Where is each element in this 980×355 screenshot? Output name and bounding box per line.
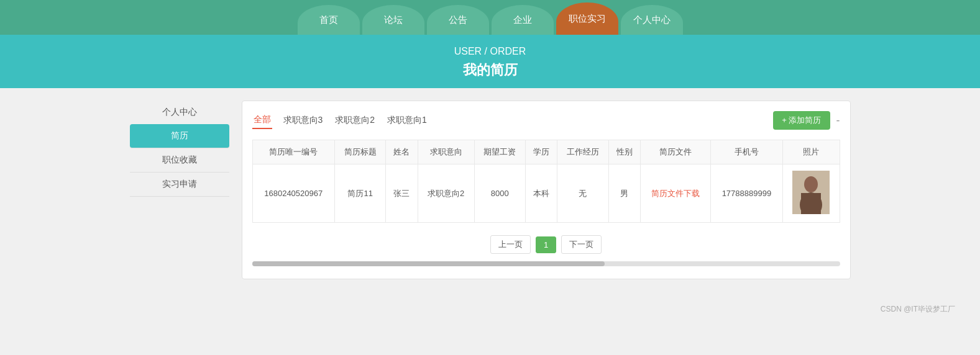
sidebar-item-favorites[interactable]: 职位收藏 <box>130 148 229 173</box>
cell-phone: 17788889999 <box>711 164 782 223</box>
filter-tab-all[interactable]: 全部 <box>252 112 272 129</box>
filter-tab-intention2[interactable]: 求职意向2 <box>334 112 376 128</box>
cell-title: 简历11 <box>334 164 385 223</box>
col-id: 简历唯一编号 <box>252 140 334 164</box>
resume-photo <box>792 171 830 214</box>
nav-personal[interactable]: 个人中心 <box>621 5 683 35</box>
header-banner: USER / ORDER 我的简历 <box>0 35 980 88</box>
svg-point-1 <box>804 176 818 192</box>
filter-tab-intention3[interactable]: 求职意向3 <box>282 112 324 128</box>
col-photo: 照片 <box>782 140 840 164</box>
cell-experience: 无 <box>557 164 608 223</box>
nav-internship[interactable]: 职位实习 <box>556 2 618 35</box>
top-navigation: 首页 论坛 公告 企业 职位实习 个人中心 <box>0 0 980 35</box>
nav-home[interactable]: 首页 <box>298 5 360 35</box>
cell-file: 简历文件下载 <box>640 164 710 223</box>
cell-photo <box>782 164 840 223</box>
cell-name: 张三 <box>386 164 418 223</box>
cell-id: 1680240520967 <box>252 164 334 223</box>
add-resume-button[interactable]: + 添加简历 <box>773 111 830 130</box>
resume-file-link[interactable]: 简历文件下载 <box>651 189 700 198</box>
resume-table: 简历唯一编号 简历标题 姓名 求职意向 期望工资 学历 工作经历 性别 简历文件… <box>252 140 840 223</box>
pagination: 上一页 1 下一页 <box>252 235 840 254</box>
svg-rect-3 <box>801 193 821 214</box>
col-file: 简历文件 <box>640 140 710 164</box>
footer-text: CSDN @IT毕设梦工厂 <box>881 305 955 313</box>
horizontal-scrollbar[interactable] <box>252 261 840 269</box>
page-1-button[interactable]: 1 <box>536 236 556 253</box>
col-experience: 工作经历 <box>557 140 608 164</box>
table-row: 1680240520967 简历11 张三 求职意向2 8000 本科 无 男 … <box>252 164 840 223</box>
sidebar: 个人中心 简历 职位收藏 实习申请 <box>130 101 229 279</box>
footer: CSDN @IT毕设梦工厂 <box>0 292 980 321</box>
col-title: 简历标题 <box>334 140 385 164</box>
col-education: 学历 <box>525 140 557 164</box>
col-name: 姓名 <box>386 140 418 164</box>
filter-tab-intention1[interactable]: 求职意向1 <box>386 112 428 128</box>
sidebar-item-resume[interactable]: 简历 <box>130 124 229 148</box>
page-title: 我的简历 <box>0 61 980 79</box>
cell-salary: 8000 <box>474 164 525 223</box>
cell-gender: 男 <box>608 164 640 223</box>
col-phone: 手机号 <box>711 140 782 164</box>
next-page-button[interactable]: 下一页 <box>561 235 602 254</box>
prev-page-button[interactable]: 上一页 <box>490 235 531 254</box>
nav-forum[interactable]: 论坛 <box>362 5 424 35</box>
sidebar-title: 个人中心 <box>130 101 229 124</box>
col-salary: 期望工资 <box>474 140 525 164</box>
col-gender: 性别 <box>608 140 640 164</box>
col-intention: 求职意向 <box>418 140 474 164</box>
main-content: 个人中心 简历 职位收藏 实习申请 全部 求职意向3 求职意向2 求职意向1 +… <box>117 101 863 279</box>
nav-notice[interactable]: 公告 <box>427 5 489 35</box>
filter-dash: - <box>836 114 840 127</box>
cell-intention: 求职意向2 <box>418 164 474 223</box>
breadcrumb: USER / ORDER <box>0 46 980 57</box>
filter-tabs: 全部 求职意向3 求职意向2 求职意向1 + 添加简历 - <box>252 111 840 130</box>
cell-education: 本科 <box>525 164 557 223</box>
sidebar-item-applications[interactable]: 实习申请 <box>130 173 229 197</box>
nav-company[interactable]: 企业 <box>492 5 554 35</box>
content-panel: 全部 求职意向3 求职意向2 求职意向1 + 添加简历 - 简历唯一编号 简历标… <box>242 101 851 279</box>
